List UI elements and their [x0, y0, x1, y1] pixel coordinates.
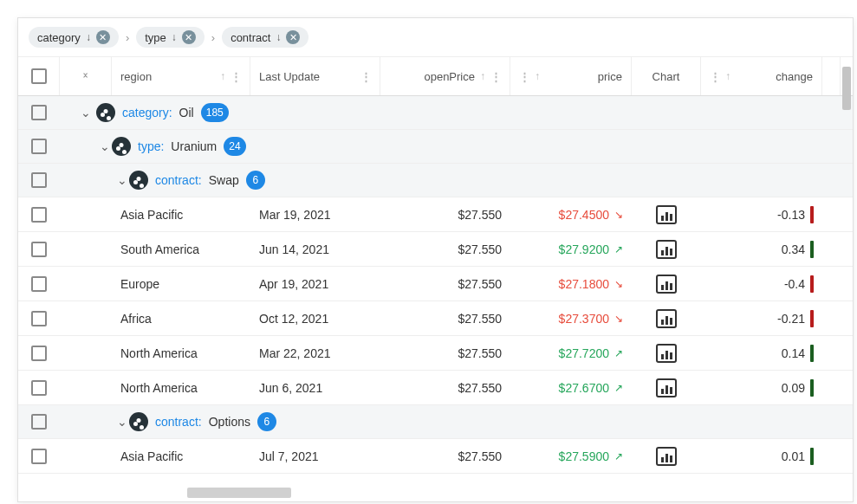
table-row: Africa Oct 12, 2021 $27.550 $27.3700 ↘ -…	[18, 301, 853, 336]
row-checkbox[interactable]	[31, 414, 47, 430]
cell-open-price: $27.550	[380, 374, 510, 402]
row-checkbox-cell	[18, 407, 60, 436]
cell-overflow	[822, 312, 840, 326]
row-checkbox[interactable]	[31, 311, 47, 326]
header-collapse-cell: ⌄⌃	[60, 57, 112, 95]
cell-change: -0.13	[701, 199, 822, 230]
count-badge: 24	[224, 137, 245, 156]
cell-region: North America	[112, 374, 250, 402]
header-region[interactable]: region ↑	[112, 57, 250, 95]
chart-icon[interactable]	[656, 205, 677, 224]
pill-label: contract	[230, 31, 270, 44]
row-checkbox[interactable]	[31, 380, 47, 396]
chart-icon[interactable]	[656, 309, 677, 328]
row-expand-spacer	[60, 346, 112, 360]
row-checkbox[interactable]	[31, 105, 47, 120]
select-all-checkbox[interactable]	[31, 68, 47, 84]
row-checkbox[interactable]	[31, 207, 47, 223]
arrow-down-icon: ↓	[86, 31, 91, 43]
header-last-update[interactable]: Last Update	[250, 57, 380, 95]
close-icon[interactable]: ✕	[182, 30, 196, 44]
column-menu-icon[interactable]	[519, 70, 529, 83]
cell-price: $27.6700 ↗	[510, 374, 632, 402]
group-icon	[112, 137, 131, 156]
trend-up-icon: ↗	[614, 382, 623, 394]
column-menu-icon[interactable]	[490, 70, 501, 83]
change-bar-icon	[810, 241, 814, 258]
cell-last-update: Jun 6, 2021	[250, 374, 380, 402]
change-bar-icon	[810, 275, 814, 293]
row-checkbox-cell	[18, 200, 60, 229]
horizontal-scrollbar[interactable]	[18, 488, 853, 500]
cell-overflow	[822, 208, 840, 222]
row-checkbox[interactable]	[31, 276, 47, 292]
cell-last-update: Mar 22, 2021	[250, 339, 380, 367]
group-value: Oil	[179, 106, 194, 120]
header-open-price[interactable]: openPrice ↑	[380, 57, 510, 95]
cell-change: 0.01	[701, 441, 822, 472]
group-row-contract-swap: ⌄ contract: Swap 6	[18, 164, 853, 197]
trend-up-icon: ↗	[614, 243, 623, 255]
row-checkbox-cell	[18, 165, 60, 195]
change-bar-icon	[810, 206, 814, 223]
row-checkbox-cell	[18, 132, 60, 161]
row-expand-spacer	[60, 277, 112, 291]
row-checkbox-cell	[18, 235, 60, 264]
cell-price: $27.7200 ↗	[510, 339, 632, 367]
column-header-row: ⌄⌃ region ↑ Last Update openPrice ↑ ↑ pr…	[18, 57, 853, 96]
cell-chart	[632, 302, 701, 335]
row-expand-spacer	[60, 208, 112, 222]
header-price[interactable]: ↑ price	[510, 57, 632, 95]
chart-icon[interactable]	[656, 447, 677, 466]
sort-asc-icon[interactable]: ↑	[480, 70, 485, 82]
cell-open-price: $27.550	[380, 443, 510, 470]
column-menu-icon[interactable]	[710, 70, 720, 83]
row-expand-spacer	[60, 242, 112, 256]
vertical-scrollbar-thumb[interactable]	[842, 67, 851, 110]
cell-price: $27.5900 ↗	[510, 443, 632, 470]
sort-asc-icon[interactable]: ↑	[535, 70, 540, 82]
chevron-down-icon[interactable]: ⌄	[100, 139, 110, 153]
data-grid: category ↓ ✕ › type ↓ ✕ › contract ↓ ✕ ⌄…	[17, 17, 854, 502]
collapse-all-icon[interactable]: ⌄⌃	[81, 69, 89, 82]
change-bar-icon	[810, 379, 814, 397]
cell-change: -0.21	[701, 303, 822, 334]
breadcrumb-pill-type[interactable]: type ↓ ✕	[136, 27, 205, 48]
trend-down-icon: ↘	[614, 313, 623, 325]
sort-asc-icon[interactable]: ↑	[725, 70, 730, 82]
column-menu-icon[interactable]	[230, 70, 241, 83]
sort-asc-icon[interactable]: ↑	[220, 70, 225, 82]
cell-chart	[632, 268, 701, 300]
row-checkbox[interactable]	[31, 242, 47, 257]
cell-chart	[632, 337, 701, 370]
breadcrumb-pill-category[interactable]: category ↓ ✕	[29, 27, 119, 48]
cell-price: $27.1800 ↘	[510, 270, 632, 298]
cell-overflow	[822, 381, 840, 395]
chart-icon[interactable]	[656, 275, 677, 294]
row-checkbox[interactable]	[31, 139, 47, 154]
header-change[interactable]: ↑ change	[701, 57, 822, 95]
cell-overflow	[822, 346, 840, 360]
count-badge: 6	[246, 171, 265, 190]
row-checkbox[interactable]	[31, 172, 47, 188]
breadcrumb-pill-contract[interactable]: contract ↓ ✕	[222, 27, 308, 48]
scrollbar-thumb[interactable]	[187, 488, 291, 498]
close-icon[interactable]: ✕	[96, 30, 110, 44]
cell-open-price: $27.550	[380, 236, 510, 263]
cell-change: 0.34	[701, 234, 822, 265]
chart-icon[interactable]	[656, 378, 677, 397]
column-menu-icon[interactable]	[360, 70, 371, 83]
row-expand-spacer	[60, 449, 112, 463]
close-icon[interactable]: ✕	[286, 30, 300, 44]
cell-overflow	[822, 242, 840, 256]
header-chart[interactable]: Chart	[632, 57, 701, 95]
header-label: change	[736, 70, 813, 83]
cell-change: 0.09	[701, 372, 822, 404]
chart-icon[interactable]	[656, 240, 677, 259]
chevron-down-icon[interactable]: ⌄	[81, 106, 91, 120]
row-checkbox[interactable]	[31, 346, 47, 361]
group-key: contract:	[155, 173, 202, 187]
group-icon	[129, 171, 148, 190]
row-checkbox[interactable]	[31, 449, 47, 464]
chart-icon[interactable]	[656, 344, 677, 363]
